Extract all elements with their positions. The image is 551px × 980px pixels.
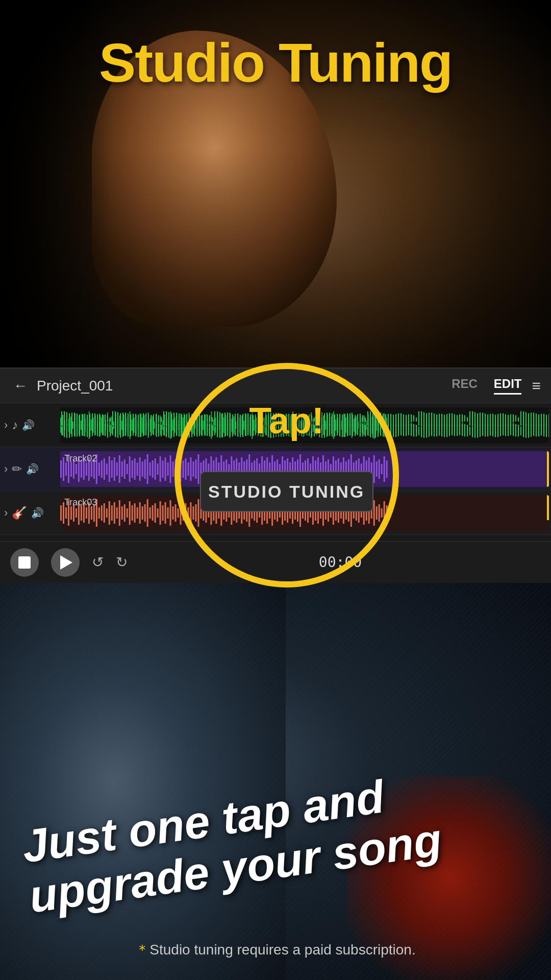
svg-rect-17: [93, 418, 94, 433]
svg-rect-335: [167, 507, 169, 519]
track-2-expand[interactable]: ›: [4, 462, 8, 476]
svg-rect-313: [111, 505, 113, 521]
svg-rect-149: [362, 418, 363, 433]
svg-rect-181: [106, 463, 108, 475]
svg-rect-88: [237, 413, 238, 437]
tab-rec[interactable]: REC: [452, 377, 478, 395]
svg-rect-150: [364, 415, 365, 435]
svg-rect-291: [386, 460, 388, 478]
svg-rect-14: [87, 416, 88, 434]
svg-rect-327: [147, 499, 148, 527]
svg-rect-201: [157, 463, 159, 475]
svg-rect-340: [180, 501, 182, 525]
svg-rect-191: [132, 460, 133, 478]
svg-rect-69: [198, 418, 199, 433]
track-3-guitar-icon: 🎸: [12, 506, 27, 520]
svg-rect-71: [203, 421, 204, 430]
svg-rect-92: [245, 414, 246, 436]
svg-rect-297: [70, 506, 72, 520]
svg-rect-6: [70, 416, 71, 434]
svg-rect-23: [105, 420, 106, 430]
svg-rect-287: [376, 461, 378, 477]
svg-rect-188: [124, 459, 126, 479]
svg-rect-134: [331, 416, 332, 434]
svg-rect-332: [160, 501, 161, 525]
track-3-label: Track03: [64, 497, 97, 508]
track-2-volume-icon[interactable]: 🔊: [26, 463, 39, 475]
svg-rect-328: [149, 507, 151, 519]
redo-button[interactable]: ↻: [116, 554, 128, 571]
stop-button[interactable]: [10, 548, 39, 577]
svg-rect-187: [121, 461, 123, 477]
svg-rect-87: [235, 422, 236, 429]
add-track-button[interactable]: +: [18, 537, 30, 541]
svg-rect-53: [166, 419, 167, 432]
svg-rect-418: [379, 504, 380, 522]
svg-rect-323: [137, 507, 138, 519]
svg-rect-72: [205, 414, 206, 436]
svg-rect-18: [95, 415, 96, 435]
svg-rect-65: [190, 419, 191, 432]
svg-rect-5: [68, 419, 69, 432]
back-button[interactable]: ←: [10, 376, 31, 396]
svg-rect-93: [247, 419, 248, 432]
svg-rect-147: [358, 422, 359, 429]
svg-rect-417: [376, 506, 378, 520]
svg-rect-49: [158, 418, 159, 433]
svg-rect-38: [136, 415, 137, 435]
disclaimer-text: ＊Studio tuning requires a paid subscript…: [0, 940, 551, 960]
svg-rect-50: [160, 415, 161, 435]
track-3-volume-icon[interactable]: 🔊: [31, 507, 44, 519]
svg-rect-156: [376, 420, 377, 431]
svg-rect-321: [132, 505, 133, 521]
svg-rect-324: [139, 502, 141, 524]
track-2-controls: › ✏ 🔊: [0, 462, 60, 476]
track-1-music-icon: ♪: [12, 418, 18, 432]
svg-rect-7: [72, 422, 73, 429]
svg-rect-148: [360, 413, 361, 437]
svg-rect-151: [366, 421, 367, 430]
svg-rect-154: [372, 416, 373, 434]
svg-rect-133: [329, 419, 330, 432]
svg-rect-202: [160, 456, 161, 482]
menu-button[interactable]: ≡: [532, 377, 541, 395]
tab-edit[interactable]: EDIT: [494, 377, 522, 395]
svg-rect-33: [126, 419, 127, 432]
play-button[interactable]: [51, 548, 80, 577]
svg-rect-144: [352, 412, 353, 438]
svg-rect-84: [229, 412, 230, 438]
track-3-expand[interactable]: ›: [4, 506, 8, 520]
svg-rect-136: [335, 420, 336, 431]
track-1-controls: › ♪ 🔊: [0, 418, 60, 432]
play-icon: [60, 555, 72, 570]
svg-rect-46: [152, 416, 153, 434]
svg-rect-315: [116, 507, 118, 519]
undo-button[interactable]: ↺: [92, 554, 104, 571]
svg-rect-32: [123, 414, 124, 436]
svg-rect-57: [174, 418, 176, 433]
svg-rect-21: [101, 418, 102, 433]
svg-rect-293: [60, 505, 62, 521]
svg-rect-213: [187, 462, 189, 476]
svg-rect-132: [327, 414, 328, 436]
svg-rect-199: [152, 460, 154, 478]
svg-rect-86: [233, 416, 234, 434]
studio-tuning-button[interactable]: STUDIO TUNING: [200, 471, 373, 512]
svg-rect-208: [175, 459, 177, 479]
svg-rect-209: [178, 464, 179, 474]
svg-rect-339: [178, 508, 179, 518]
svg-rect-210: [180, 456, 182, 482]
svg-rect-28: [115, 413, 116, 437]
svg-rect-197: [147, 454, 148, 484]
svg-rect-337: [172, 506, 174, 520]
svg-rect-34: [128, 416, 129, 434]
track-1-volume-icon[interactable]: 🔊: [22, 419, 35, 431]
svg-rect-342: [185, 503, 186, 523]
hero-section: Studio Tuning: [0, 0, 551, 368]
svg-rect-35: [130, 411, 131, 439]
svg-rect-316: [119, 500, 120, 526]
track-1-expand[interactable]: ›: [4, 419, 8, 432]
svg-rect-145: [354, 419, 355, 432]
svg-rect-45: [150, 419, 151, 432]
svg-rect-214: [190, 457, 191, 481]
